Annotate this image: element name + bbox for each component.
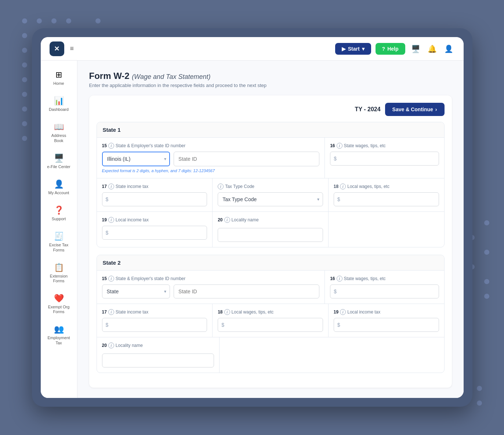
dollar-sign-icon: $ bbox=[337, 322, 340, 328]
box15-state2-label: 15 i State & Employer's state ID number bbox=[102, 276, 320, 282]
exempt-org-icon: ❤️ bbox=[54, 294, 64, 303]
sidebar-item-label: Exempt Org Forms bbox=[47, 305, 70, 314]
dollar-sign-icon: $ bbox=[334, 156, 337, 162]
sidebar-item-address-book[interactable]: 📖 Address Book bbox=[44, 119, 73, 146]
state2-box20-input[interactable] bbox=[102, 354, 214, 367]
sidebar-item-my-account[interactable]: 👤 My Account bbox=[44, 176, 73, 199]
dollar-sign-icon: $ bbox=[221, 322, 224, 328]
box19-state2: 19 i Local income tax $ bbox=[329, 304, 444, 337]
screen-share-button[interactable]: 🖥️ bbox=[410, 43, 422, 55]
box20-state2-info-icon[interactable]: i bbox=[108, 342, 114, 348]
box19-info-icon[interactable]: i bbox=[108, 217, 114, 223]
sidebar-item-excise-tax[interactable]: 🧾 Excise Tax Forms bbox=[44, 228, 73, 256]
efile-icon: 🖥️ bbox=[54, 153, 64, 163]
box17-info-icon[interactable]: i bbox=[108, 184, 114, 189]
state2-id-input[interactable] bbox=[174, 284, 319, 298]
sidebar-item-label: My Account bbox=[48, 191, 69, 195]
state2-box19-input[interactable] bbox=[334, 318, 439, 332]
dashboard-icon: 📊 bbox=[54, 96, 64, 106]
box20-info-icon[interactable]: i bbox=[224, 217, 230, 223]
state2-section: State 2 15 i State & Employer's state ID… bbox=[97, 255, 445, 373]
state2-state-select[interactable]: State bbox=[102, 284, 170, 298]
notification-button[interactable]: 🔔 bbox=[426, 43, 438, 55]
box15-state2-info-icon[interactable]: i bbox=[108, 276, 114, 282]
box19-state2-info-icon[interactable]: i bbox=[340, 309, 346, 315]
home-icon: ⊞ bbox=[55, 70, 62, 80]
state1-box19-input[interactable] bbox=[102, 226, 207, 240]
state1-box16-input[interactable] bbox=[330, 152, 439, 166]
start-button[interactable]: ▶ Start ▾ bbox=[335, 43, 371, 55]
form-card: TY - 2024 Save & Continue › State 1 bbox=[89, 95, 452, 388]
box19-state2-label: 19 i Local income tax bbox=[334, 309, 439, 315]
sidebar-item-label: Support bbox=[52, 217, 66, 221]
box15-state1: 15 i State & Employer's state ID number … bbox=[97, 138, 325, 178]
state2-box16-input[interactable] bbox=[330, 284, 439, 298]
sidebar-item-extension[interactable]: 📋 Extension Forms bbox=[44, 259, 73, 287]
sidebar-item-dashboard[interactable]: 📊 Dashboard bbox=[44, 93, 73, 116]
box17-state2-label: 17 i State income tax bbox=[102, 309, 207, 315]
hamburger-menu[interactable]: ≡ bbox=[70, 45, 74, 52]
box20-state2: 20 i Locality name bbox=[97, 337, 220, 373]
box16-state2-info-icon[interactable]: i bbox=[337, 276, 342, 282]
box16-info-icon[interactable]: i bbox=[337, 143, 342, 149]
box19-label: 19 i Local income tax bbox=[102, 217, 207, 223]
support-icon: ❓ bbox=[54, 206, 64, 215]
state1-id-input[interactable] bbox=[174, 152, 319, 166]
box18-state2-label: 18 i Local wages, tips, etc bbox=[218, 309, 323, 315]
state1-box18b-input[interactable] bbox=[334, 192, 439, 206]
logo-button[interactable]: ✕ bbox=[50, 41, 64, 56]
box15-label: 15 i State & Employer's state ID number bbox=[102, 143, 320, 149]
state1-tax-type-select[interactable]: Tax Type Code bbox=[218, 192, 323, 206]
save-continue-button[interactable]: Save & Continue › bbox=[385, 103, 445, 116]
state1-box17-input[interactable] bbox=[102, 192, 207, 206]
state1-state-select-wrapper: Illinois (IL) ▾ bbox=[102, 152, 170, 166]
box18-state2-info-icon[interactable]: i bbox=[224, 309, 230, 315]
sidebar-item-exempt-org[interactable]: ❤️ Exempt Org Forms bbox=[44, 290, 73, 318]
state2-header: State 2 bbox=[97, 255, 444, 271]
form-header: TY - 2024 Save & Continue › bbox=[97, 103, 445, 116]
help-button[interactable]: ? Help bbox=[376, 43, 405, 55]
page-description: Enter the applicable information in the … bbox=[89, 83, 452, 88]
dollar-sign-icon: $ bbox=[106, 230, 109, 236]
extension-icon: 📋 bbox=[54, 263, 64, 272]
sidebar-item-employment-tax[interactable]: 👥 Employment Tax bbox=[44, 321, 73, 349]
sidebar-item-home[interactable]: ⊞ Home bbox=[44, 66, 73, 90]
excise-tax-icon: 🧾 bbox=[54, 232, 64, 241]
state1-state-select[interactable]: Illinois (IL) bbox=[102, 152, 170, 166]
sidebar-item-label: Employment Tax bbox=[47, 336, 70, 345]
box17-state2-info-icon[interactable]: i bbox=[108, 309, 114, 315]
box19-state1: 19 i Local income tax $ bbox=[97, 212, 213, 247]
main-content: Form W-2 (Wage and Tax Statement) Enter … bbox=[77, 61, 464, 398]
box17-input-wrapper: $ bbox=[102, 192, 207, 206]
box18b-info-icon[interactable]: i bbox=[340, 184, 346, 189]
state2-box18-input[interactable] bbox=[218, 318, 323, 332]
sidebar-item-label: Address Book bbox=[47, 133, 70, 143]
app-card: ✕ ≡ ▶ Start ▾ ? Help 🖥️ 🔔 👤 bbox=[32, 28, 472, 407]
box18b-label: 18 i Local wages, tips, etc bbox=[334, 184, 439, 189]
state1-empty-col bbox=[329, 212, 444, 247]
sidebar-item-label: Home bbox=[53, 81, 64, 86]
box20-label: 20 i Locality name bbox=[218, 217, 323, 223]
user-profile-button[interactable]: 👤 bbox=[443, 43, 455, 55]
box18-state2: 18 i Local wages, tips, etc $ bbox=[213, 304, 329, 337]
logo-icon: ✕ bbox=[54, 45, 59, 53]
box17-state1: 17 i State income tax $ bbox=[97, 178, 213, 211]
state2-box17-input[interactable] bbox=[102, 318, 207, 332]
state1-box20-input[interactable] bbox=[218, 228, 323, 242]
dollar-sign-icon: $ bbox=[106, 322, 109, 328]
state1-section: State 1 15 i State & Employer's state ID… bbox=[97, 122, 445, 247]
address-book-icon: 📖 bbox=[54, 122, 64, 132]
box16-input-wrapper: $ bbox=[330, 152, 439, 166]
sidebar-item-label: e-File Center bbox=[47, 164, 70, 169]
sidebar-item-efile-center[interactable]: 🖥️ e-File Center bbox=[44, 150, 73, 173]
box20-state2-label: 20 i Locality name bbox=[102, 342, 214, 348]
sidebar-item-label: Extension Forms bbox=[47, 274, 70, 283]
sidebar-item-support[interactable]: ❓ Support bbox=[44, 202, 73, 225]
state2-employer-fields: State ▾ bbox=[102, 284, 320, 298]
box15-info-icon[interactable]: i bbox=[108, 143, 114, 149]
dollar-sign-icon: $ bbox=[106, 196, 109, 202]
box17-state2-input-wrapper: $ bbox=[102, 318, 207, 332]
box18-info-icon[interactable]: i bbox=[218, 184, 224, 189]
state2-empty-area bbox=[220, 337, 444, 373]
box17-state2: 17 i State income tax $ bbox=[97, 304, 213, 337]
